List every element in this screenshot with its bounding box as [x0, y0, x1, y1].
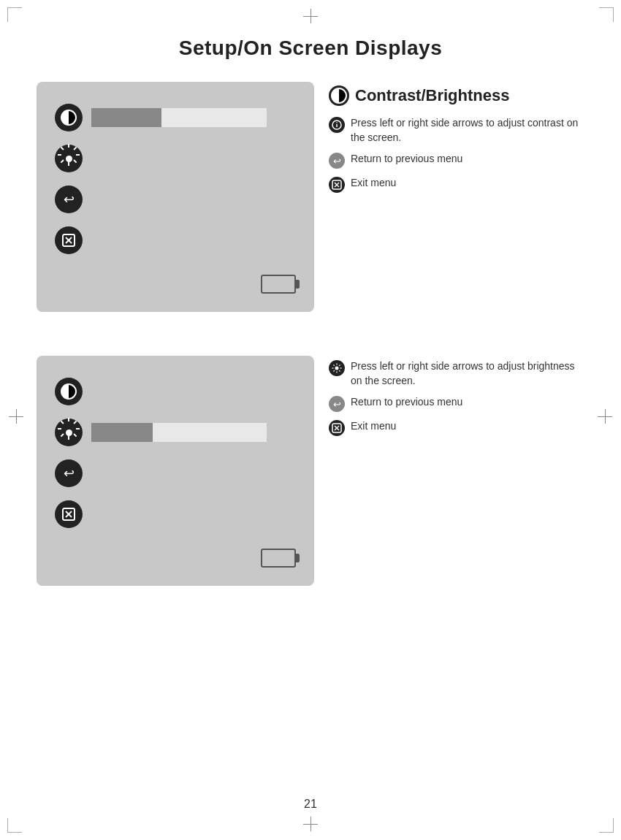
crosshair-bottom [303, 817, 318, 831]
brightness-return-text: Return to previous menu [351, 395, 462, 410]
heading-contrast-icon [329, 85, 349, 106]
svg-line-19 [339, 364, 340, 365]
svg-line-20 [333, 370, 334, 371]
contrast-icon-row [55, 104, 296, 131]
brightness-screen: ↩ [37, 356, 314, 586]
brightness-return-icon: ↩ [329, 396, 345, 412]
contrast-icon-2 [55, 378, 83, 405]
contrast-info-panel: Contrast/Brightness Press left or right … [329, 85, 584, 200]
contrast-section: ↩ Contrast/Brightness [37, 82, 584, 312]
return-symbol-2: ↩ [61, 466, 76, 481]
crosshair-right [598, 409, 612, 424]
brightness-icon-2 [55, 419, 83, 446]
brightness-exit-icon [329, 420, 345, 436]
contrast-adjust-text: Press left or right side arrows to adjus… [351, 116, 584, 145]
contrast-heading-text: Contrast/Brightness [355, 86, 509, 105]
brightness-adjust-text: Press left or right side arrows to adjus… [351, 359, 584, 388]
slider-empty [161, 108, 267, 127]
contrast-slider[interactable] [91, 108, 267, 127]
brightness-info-line-3: Exit menu [329, 419, 584, 436]
brightness-slider[interactable] [91, 423, 267, 442]
exit-icon-2 [55, 500, 83, 528]
exit-icon-row-1 [55, 226, 296, 254]
brightness-info-icon-1 [329, 360, 345, 376]
corner-mark-bl [7, 818, 22, 833]
svg-point-5 [336, 122, 338, 123]
return-symbol-1: ↩ [61, 192, 76, 207]
brightness-info-line-1: Press left or right side arrows to adjus… [329, 359, 584, 388]
sun-info-icon [332, 363, 342, 373]
return-arrow-1: ↩ [333, 156, 341, 167]
page-number: 21 [304, 798, 317, 811]
contrast-heading: Contrast/Brightness [329, 85, 584, 106]
battery-icon-1 [261, 275, 296, 294]
brightness-info-line-2: ↩ Return to previous menu [329, 395, 584, 412]
corner-mark-br [599, 818, 614, 833]
exit-icon-1 [55, 226, 83, 254]
brightness-icon-row-2 [55, 419, 296, 446]
brightness-icon-1 [55, 145, 83, 172]
x-circle-icon-2 [332, 423, 342, 433]
contrast-info-line-3: Exit menu [329, 176, 584, 193]
brightness-slider-filled [91, 423, 153, 442]
corner-mark-tl [7, 7, 22, 22]
x-icon-2 [61, 507, 76, 522]
contrast-return-text: Return to previous menu [351, 152, 462, 167]
contrast-info-icon-1 [329, 117, 345, 133]
contrast-symbol [61, 110, 77, 126]
contrast-screen: ↩ [37, 82, 314, 312]
battery-area-2 [55, 549, 296, 568]
x-icon-1 [61, 233, 76, 248]
contrast-info-line-1: Press left or right side arrows to adjus… [329, 116, 584, 145]
svg-line-18 [339, 370, 340, 371]
brightness-icon-row-1 [55, 145, 296, 172]
svg-line-17 [333, 364, 334, 365]
return-arrow-2: ↩ [333, 399, 341, 410]
crosshair-top [303, 9, 318, 23]
circle-i-icon-1 [332, 120, 342, 130]
return-icon-row-1: ↩ [55, 186, 296, 213]
battery-icon-2 [261, 549, 296, 568]
contrast-exit-icon [329, 177, 345, 193]
corner-mark-tr [599, 7, 614, 22]
crosshair-left [9, 409, 23, 424]
slider-filled [91, 108, 161, 127]
sun-symbol-1 [61, 151, 76, 166]
exit-icon-row-2 [55, 500, 296, 528]
contrast-return-icon: ↩ [329, 153, 345, 169]
contrast-icon-row-2 [55, 378, 296, 405]
heading-contrast-symbol [331, 88, 347, 104]
svg-point-12 [335, 367, 339, 370]
brightness-slider-empty [153, 423, 267, 442]
return-icon-row-2: ↩ [55, 459, 296, 487]
return-icon-2: ↩ [55, 459, 83, 487]
sun-symbol-2 [61, 425, 76, 440]
brightness-exit-text: Exit menu [351, 419, 396, 434]
return-icon-1: ↩ [55, 186, 83, 213]
brightness-info-panel: Press left or right side arrows to adjus… [329, 359, 584, 443]
x-circle-icon-1 [332, 180, 342, 190]
contrast-exit-text: Exit menu [351, 176, 396, 191]
contrast-info-line-2: ↩ Return to previous menu [329, 152, 584, 169]
contrast-symbol-2 [61, 383, 77, 400]
battery-area-1 [55, 275, 296, 294]
brightness-section: ↩ [37, 356, 584, 586]
contrast-icon [55, 104, 83, 131]
